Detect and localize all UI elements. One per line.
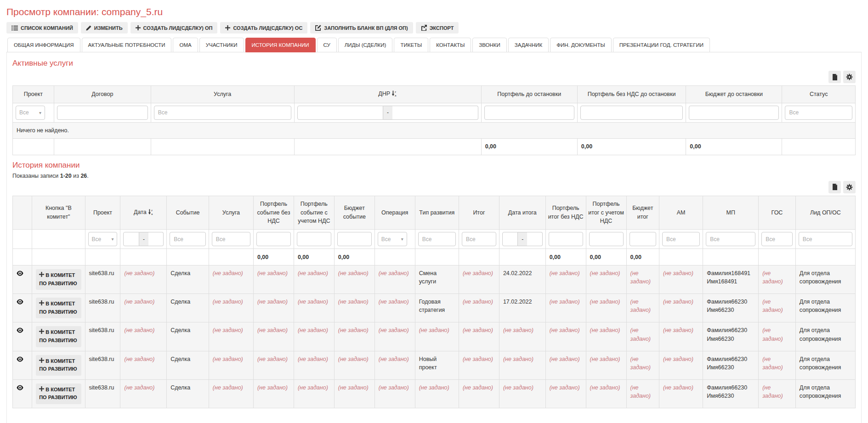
ch-cell-am: (не задано) <box>659 294 703 322</box>
ch-cell-lead-op-os: Для отдела сопровождения <box>795 265 855 294</box>
as-filter-contract-input[interactable] <box>57 106 148 120</box>
pencil-icon <box>86 25 91 31</box>
ch-cell-project: site638.ru <box>85 265 120 294</box>
chevron-down-icon: ▾ <box>401 237 403 242</box>
tool-button-gear[interactable] <box>843 181 856 193</box>
export-button[interactable]: ЭКСПОРТ <box>416 22 459 34</box>
ch-cell-pf-event-no-vat: (не задано) <box>253 322 294 351</box>
tab-tickets[interactable]: ТИКЕТЫ <box>394 38 428 52</box>
edit-company-button[interactable]: ИЗМЕНИТЬ <box>81 22 128 34</box>
ch-cell-result: (не задано) <box>459 322 499 351</box>
committee-button[interactable]: В КОМИТЕТ ПО РАЗВИТИЮ <box>36 269 81 290</box>
ch-cell-result-date: (не задано) <box>499 351 545 379</box>
ch-cell-date: (не задано) <box>120 322 167 351</box>
tab-general-info[interactable]: ОБЩАЯ ИНФОРМАЦИЯ <box>7 38 80 52</box>
view-row-button[interactable] <box>17 384 23 393</box>
ch-cell-result-date: 24.02.2022 <box>499 265 545 294</box>
tab-leads[interactable]: ЛИДЫ (СДЕЛКИ) <box>338 38 393 52</box>
ch-col-date[interactable]: Датаza <box>120 196 167 229</box>
tab-su[interactable]: СУ <box>317 38 337 52</box>
ch-filter-date-from-input[interactable] <box>123 232 139 246</box>
ch-filter-lead-op-os-input[interactable] <box>799 232 852 246</box>
company-history-table: Кнопка "В комитет"ПроектДатаzaСобытиеУсл… <box>12 196 856 408</box>
ch-cell-committee: В КОМИТЕТ ПО РАЗВИТИЮ <box>32 322 85 351</box>
ch-cell-pf-result-vat: (не задано) <box>586 322 626 351</box>
view-row-button[interactable] <box>17 355 23 364</box>
tab-fin-documents[interactable]: ФИН. ДОКУМЕНТЫ <box>550 38 611 52</box>
ch-filter-pf-event-no-vat-input[interactable] <box>256 232 291 246</box>
ch-filter-budget-result-input[interactable] <box>630 232 656 246</box>
company-list-button-label: СПИСОК КОМПАНИЙ <box>21 25 73 31</box>
fill-vp-form-button[interactable]: ЗАПОЛНИТЬ БЛАНК ВП (ДЛЯ ОП) <box>310 22 413 34</box>
as-filter-dnr-to-input[interactable] <box>392 106 478 120</box>
committee-button[interactable]: В КОМИТЕТ ПО РАЗВИТИЮ <box>36 355 81 376</box>
as-filter-project-select[interactable]: Все▾ <box>16 106 45 120</box>
ch-filter-am-input[interactable] <box>662 232 700 246</box>
as-filter-dnr-from-input[interactable] <box>297 106 384 120</box>
as-col-contract: Договор <box>54 86 151 103</box>
as-filter-portfolio-no-vat-before-stop-input[interactable] <box>580 106 683 120</box>
ch-cell-view <box>13 322 32 351</box>
active-services-heading: Активные услуги <box>12 59 856 68</box>
ch-cell-view <box>13 294 32 322</box>
tab-calls[interactable]: ЗВОНКИ <box>472 38 506 52</box>
as-filter-status-input[interactable] <box>785 106 852 120</box>
tab-oma[interactable]: ОМА <box>173 38 198 52</box>
tool-button-gear[interactable] <box>843 71 856 83</box>
create-lead-op-button[interactable]: СОЗДАТЬ ЛИД(СДЕЛКУ) ОП <box>130 22 218 34</box>
view-row-button[interactable] <box>17 269 23 278</box>
company-list-button[interactable]: СПИСОК КОМПАНИЙ <box>6 22 78 34</box>
ch-cell-budget-event: (не задано) <box>334 379 374 408</box>
ch-cell-am: (не задано) <box>659 379 703 408</box>
ch-filter-event-input[interactable] <box>170 232 206 246</box>
tab-company-history[interactable]: ИСТОРИЯ КОМПАНИИ <box>245 38 316 52</box>
ch-filter-gos-input[interactable] <box>761 232 793 246</box>
edit-icon <box>315 25 321 31</box>
view-row-button[interactable] <box>17 326 23 335</box>
tool-button-file[interactable] <box>828 181 841 193</box>
view-row-button[interactable] <box>17 298 23 307</box>
tab-participants[interactable]: УЧАСТНИКИ <box>199 38 244 52</box>
ch-total-result-date-empty <box>499 249 545 265</box>
ch-filter-result-input[interactable] <box>462 232 496 246</box>
ch-filter-pf-result-no-vat-input[interactable] <box>549 232 583 246</box>
ch-filter-pf-result-vat-input[interactable] <box>589 232 624 246</box>
ch-filter-row: Все▾-Все▾- <box>13 230 856 249</box>
create-lead-os-button-label: СОЗДАТЬ ЛИД(СДЕЛКУ) ОС <box>233 25 302 31</box>
plus-icon <box>225 25 230 30</box>
plus-icon <box>39 300 44 305</box>
ch-filter-operation-select[interactable]: Все▾ <box>378 232 407 246</box>
eye-icon <box>17 356 23 362</box>
ch-cell-lead-op-os: Для отдела сопровождения <box>795 322 855 351</box>
create-lead-os-button[interactable]: СОЗДАТЬ ЛИД(СДЕЛКУ) ОС <box>220 22 307 34</box>
as-filter-budget-before-stop-input[interactable] <box>689 106 779 120</box>
ch-filter-view-empty <box>13 230 32 249</box>
records-summary: Показаны записи 1-20 из 26. <box>12 173 856 179</box>
ch-filter-date-to-input[interactable] <box>148 232 164 246</box>
as-col-dnr[interactable]: ДНРza <box>294 86 481 103</box>
ch-cell-service: (не задано) <box>209 322 253 351</box>
ch-col-mp: МП <box>703 196 759 229</box>
committee-button[interactable]: В КОМИТЕТ ПО РАЗВИТИЮ <box>36 384 81 404</box>
ch-filter-budget-event-input[interactable] <box>337 232 372 246</box>
ch-filter-project-select[interactable]: Все▾ <box>88 232 118 246</box>
ch-filter-result-date-to-input[interactable] <box>527 232 542 246</box>
as-total-portfolio-no-vat-before-stop: 0,00 <box>577 138 686 155</box>
history-row: В КОМИТЕТ ПО РАЗВИТИЮsite638.ru(не задан… <box>13 379 856 408</box>
tab-presentations[interactable]: ПРЕЗЕНТАЦИИ ГОД. СТРАТЕГИИ <box>613 38 710 52</box>
ch-filter-result-date-from-input[interactable] <box>502 232 518 246</box>
tab-tasks[interactable]: ЗАДАЧНИК <box>508 38 549 52</box>
ch-filter-dev-type-input[interactable] <box>418 232 456 246</box>
tab-actual-needs[interactable]: АКТУАЛЬНЫЕ ПОТРЕБНОСТИ <box>82 38 172 52</box>
committee-button[interactable]: В КОМИТЕТ ПО РАЗВИТИЮ <box>36 326 81 347</box>
committee-button[interactable]: В КОМИТЕТ ПО РАЗВИТИЮ <box>36 298 81 318</box>
as-filter-service-input[interactable] <box>154 106 291 120</box>
ch-col-budget-result: Бюджет итог <box>626 196 659 229</box>
ch-filter-mp-input[interactable] <box>706 232 755 246</box>
ch-cell-project: site638.ru <box>85 351 120 379</box>
as-filter-portfolio-before-stop-input[interactable] <box>484 106 574 120</box>
tab-contacts[interactable]: КОНТАКТЫ <box>430 38 471 52</box>
ch-filter-service-input[interactable] <box>212 232 250 246</box>
tool-button-file[interactable] <box>828 71 841 83</box>
ch-filter-pf-event-vat-input[interactable] <box>297 232 331 246</box>
